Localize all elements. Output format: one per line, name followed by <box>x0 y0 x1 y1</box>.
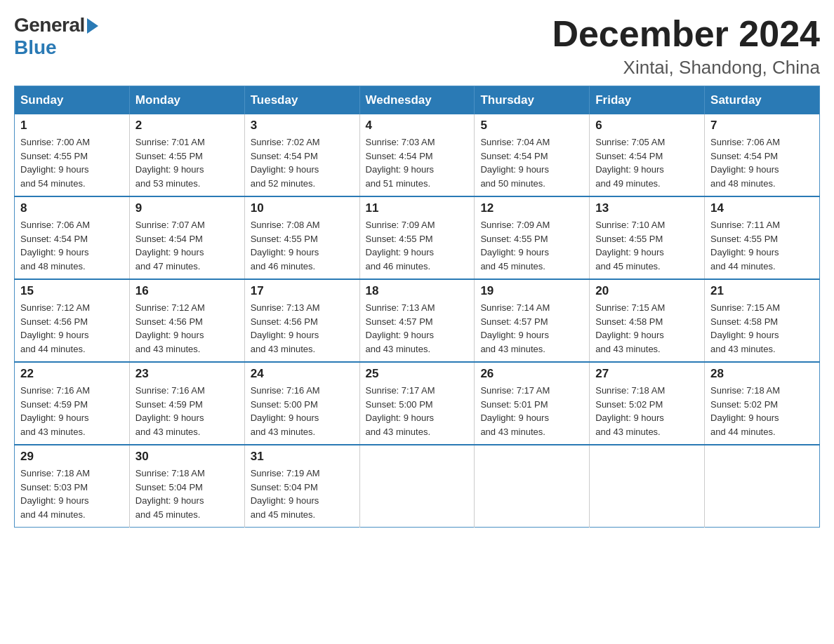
calendar-cell: 17 Sunrise: 7:13 AM Sunset: 4:56 PM Dayl… <box>244 279 359 362</box>
day-info: Sunrise: 7:15 AM Sunset: 4:58 PM Dayligh… <box>595 301 699 356</box>
day-info: Sunrise: 7:08 AM Sunset: 4:55 PM Dayligh… <box>251 218 354 273</box>
calendar-week-1: 1 Sunrise: 7:00 AM Sunset: 4:55 PM Dayli… <box>15 114 820 196</box>
calendar-cell: 13 Sunrise: 7:10 AM Sunset: 4:55 PM Dayl… <box>590 196 705 279</box>
calendar-body: 1 Sunrise: 7:00 AM Sunset: 4:55 PM Dayli… <box>15 114 820 528</box>
calendar-cell <box>475 445 590 528</box>
day-info: Sunrise: 7:01 AM Sunset: 4:55 PM Dayligh… <box>135 135 239 190</box>
calendar-cell: 26 Sunrise: 7:17 AM Sunset: 5:01 PM Dayl… <box>475 362 590 445</box>
day-number: 1 <box>20 119 124 133</box>
day-number: 30 <box>135 450 239 464</box>
page-header: General Blue December 2024 Xintai, Shand… <box>14 14 820 79</box>
day-info: Sunrise: 7:15 AM Sunset: 4:58 PM Dayligh… <box>710 301 814 356</box>
day-number: 25 <box>366 367 469 381</box>
day-info: Sunrise: 7:10 AM Sunset: 4:55 PM Dayligh… <box>595 218 699 273</box>
logo: General Blue <box>14 14 98 59</box>
day-info: Sunrise: 7:17 AM Sunset: 5:00 PM Dayligh… <box>366 384 469 438</box>
calendar-cell: 18 Sunrise: 7:13 AM Sunset: 4:57 PM Dayl… <box>359 279 475 362</box>
calendar-cell: 8 Sunrise: 7:06 AM Sunset: 4:54 PM Dayli… <box>15 196 130 279</box>
day-of-week-wednesday: Wednesday <box>359 86 475 115</box>
calendar-cell: 6 Sunrise: 7:05 AM Sunset: 4:54 PM Dayli… <box>590 114 705 196</box>
day-of-week-tuesday: Tuesday <box>244 86 359 115</box>
calendar-cell: 5 Sunrise: 7:04 AM Sunset: 4:54 PM Dayli… <box>475 114 590 196</box>
calendar-cell: 25 Sunrise: 7:17 AM Sunset: 5:00 PM Dayl… <box>359 362 475 445</box>
day-number: 16 <box>135 284 239 298</box>
calendar-cell <box>359 445 475 528</box>
calendar-cell: 12 Sunrise: 7:09 AM Sunset: 4:55 PM Dayl… <box>475 196 590 279</box>
day-number: 9 <box>135 201 239 215</box>
day-number: 12 <box>480 201 583 215</box>
calendar-cell: 29 Sunrise: 7:18 AM Sunset: 5:03 PM Dayl… <box>15 445 130 528</box>
day-number: 31 <box>251 450 354 464</box>
day-info: Sunrise: 7:16 AM Sunset: 4:59 PM Dayligh… <box>20 384 124 438</box>
day-number: 7 <box>710 119 814 133</box>
day-info: Sunrise: 7:14 AM Sunset: 4:57 PM Dayligh… <box>480 301 583 356</box>
day-info: Sunrise: 7:18 AM Sunset: 5:04 PM Dayligh… <box>135 467 239 521</box>
day-info: Sunrise: 7:09 AM Sunset: 4:55 PM Dayligh… <box>366 218 469 273</box>
day-info: Sunrise: 7:09 AM Sunset: 4:55 PM Dayligh… <box>480 218 583 273</box>
day-info: Sunrise: 7:05 AM Sunset: 4:54 PM Dayligh… <box>595 135 699 190</box>
day-number: 6 <box>595 119 699 133</box>
calendar-cell: 3 Sunrise: 7:02 AM Sunset: 4:54 PM Dayli… <box>244 114 359 196</box>
day-info: Sunrise: 7:03 AM Sunset: 4:54 PM Dayligh… <box>366 135 469 190</box>
day-number: 2 <box>135 119 239 133</box>
calendar-cell: 14 Sunrise: 7:11 AM Sunset: 4:55 PM Dayl… <box>705 196 820 279</box>
day-number: 11 <box>366 201 469 215</box>
day-info: Sunrise: 7:19 AM Sunset: 5:04 PM Dayligh… <box>251 467 354 521</box>
calendar-week-5: 29 Sunrise: 7:18 AM Sunset: 5:03 PM Dayl… <box>15 445 820 528</box>
day-info: Sunrise: 7:04 AM Sunset: 4:54 PM Dayligh… <box>480 135 583 190</box>
day-number: 27 <box>595 367 699 381</box>
day-of-week-thursday: Thursday <box>475 86 590 115</box>
title-block: December 2024 Xintai, Shandong, China <box>552 14 820 79</box>
day-info: Sunrise: 7:11 AM Sunset: 4:55 PM Dayligh… <box>710 218 814 273</box>
day-info: Sunrise: 7:00 AM Sunset: 4:55 PM Dayligh… <box>20 135 124 190</box>
day-info: Sunrise: 7:18 AM Sunset: 5:03 PM Dayligh… <box>20 467 124 521</box>
calendar-cell: 19 Sunrise: 7:14 AM Sunset: 4:57 PM Dayl… <box>475 279 590 362</box>
day-number: 18 <box>366 284 469 298</box>
day-of-week-sunday: Sunday <box>15 86 130 115</box>
day-number: 23 <box>135 367 239 381</box>
calendar-title: December 2024 <box>552 14 820 54</box>
day-number: 29 <box>20 450 124 464</box>
day-number: 21 <box>710 284 814 298</box>
calendar-cell: 2 Sunrise: 7:01 AM Sunset: 4:55 PM Dayli… <box>129 114 244 196</box>
calendar-header: SundayMondayTuesdayWednesdayThursdayFrid… <box>15 86 820 115</box>
day-info: Sunrise: 7:07 AM Sunset: 4:54 PM Dayligh… <box>135 218 239 273</box>
day-number: 28 <box>710 367 814 381</box>
day-info: Sunrise: 7:16 AM Sunset: 5:00 PM Dayligh… <box>251 384 354 438</box>
day-of-week-saturday: Saturday <box>705 86 820 115</box>
calendar-cell: 30 Sunrise: 7:18 AM Sunset: 5:04 PM Dayl… <box>129 445 244 528</box>
day-number: 4 <box>366 119 469 133</box>
calendar-cell: 21 Sunrise: 7:15 AM Sunset: 4:58 PM Dayl… <box>705 279 820 362</box>
logo-blue-text: Blue <box>14 36 98 59</box>
day-info: Sunrise: 7:06 AM Sunset: 4:54 PM Dayligh… <box>20 218 124 273</box>
calendar-cell: 1 Sunrise: 7:00 AM Sunset: 4:55 PM Dayli… <box>15 114 130 196</box>
day-info: Sunrise: 7:16 AM Sunset: 4:59 PM Dayligh… <box>135 384 239 438</box>
day-number: 14 <box>710 201 814 215</box>
calendar-cell: 31 Sunrise: 7:19 AM Sunset: 5:04 PM Dayl… <box>244 445 359 528</box>
day-info: Sunrise: 7:18 AM Sunset: 5:02 PM Dayligh… <box>710 384 814 438</box>
calendar-cell: 7 Sunrise: 7:06 AM Sunset: 4:54 PM Dayli… <box>705 114 820 196</box>
day-number: 19 <box>480 284 583 298</box>
calendar-week-2: 8 Sunrise: 7:06 AM Sunset: 4:54 PM Dayli… <box>15 196 820 279</box>
day-number: 5 <box>480 119 583 133</box>
calendar-cell <box>705 445 820 528</box>
calendar-cell <box>590 445 705 528</box>
day-number: 20 <box>595 284 699 298</box>
day-number: 8 <box>20 201 124 215</box>
calendar-cell: 4 Sunrise: 7:03 AM Sunset: 4:54 PM Dayli… <box>359 114 475 196</box>
day-number: 26 <box>480 367 583 381</box>
calendar-cell: 23 Sunrise: 7:16 AM Sunset: 4:59 PM Dayl… <box>129 362 244 445</box>
day-info: Sunrise: 7:13 AM Sunset: 4:57 PM Dayligh… <box>366 301 469 356</box>
day-info: Sunrise: 7:06 AM Sunset: 4:54 PM Dayligh… <box>710 135 814 190</box>
calendar-cell: 9 Sunrise: 7:07 AM Sunset: 4:54 PM Dayli… <box>129 196 244 279</box>
calendar-week-3: 15 Sunrise: 7:12 AM Sunset: 4:56 PM Dayl… <box>15 279 820 362</box>
calendar-cell: 28 Sunrise: 7:18 AM Sunset: 5:02 PM Dayl… <box>705 362 820 445</box>
day-info: Sunrise: 7:12 AM Sunset: 4:56 PM Dayligh… <box>135 301 239 356</box>
day-number: 15 <box>20 284 124 298</box>
calendar-subtitle: Xintai, Shandong, China <box>552 57 820 79</box>
calendar-cell: 15 Sunrise: 7:12 AM Sunset: 4:56 PM Dayl… <box>15 279 130 362</box>
calendar-cell: 22 Sunrise: 7:16 AM Sunset: 4:59 PM Dayl… <box>15 362 130 445</box>
logo-chevron-icon <box>87 18 98 34</box>
calendar-week-4: 22 Sunrise: 7:16 AM Sunset: 4:59 PM Dayl… <box>15 362 820 445</box>
logo-general-text: General <box>14 14 85 36</box>
